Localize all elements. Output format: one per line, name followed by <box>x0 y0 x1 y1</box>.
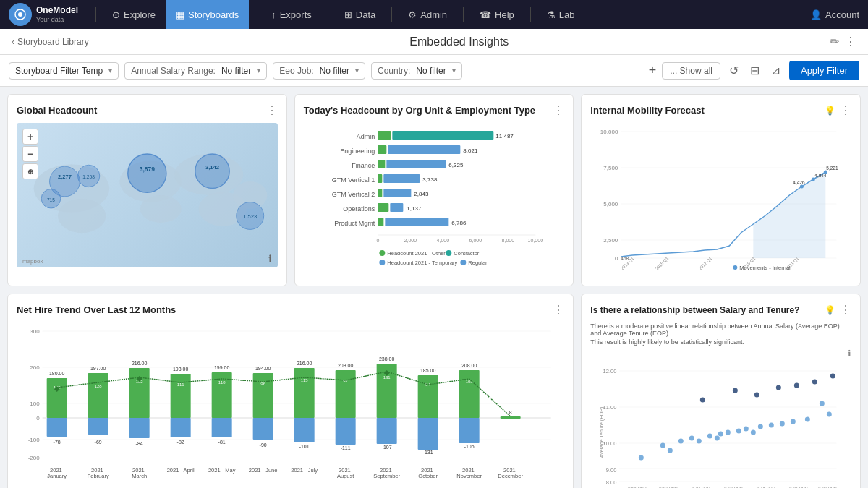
svg-rect-135 <box>47 418 67 437</box>
svg-rect-109 <box>171 374 191 418</box>
internal-mobility-card: Internal Mobility Forecast 💡 ⋮ 10,000 7,… <box>581 94 861 286</box>
salary-tenure-menu[interactable]: ⋮ <box>840 303 851 317</box>
eeo-filter-label: Eeo Job: <box>279 66 313 76</box>
nav-storyboards[interactable]: ▦ Storyboards <box>166 0 249 29</box>
nav-explore[interactable]: ⊙ Explore <box>102 0 166 29</box>
svg-text:0: 0 <box>376 238 379 243</box>
svg-text:Admin: Admin <box>356 133 375 140</box>
salary-bulb-icon[interactable]: 💡 <box>825 305 835 315</box>
svg-text:193.00: 193.00 <box>173 367 189 372</box>
svg-point-203 <box>707 434 712 439</box>
filter-options-button[interactable]: ⊿ <box>768 61 783 80</box>
svg-text:5,221: 5,221 <box>827 166 839 171</box>
breadcrumb-back[interactable]: ‹ Storyboard Library <box>12 37 89 47</box>
svg-rect-130 <box>459 370 480 418</box>
logo[interactable]: OneModel Your data <box>9 3 78 26</box>
nav-divider <box>95 7 96 22</box>
edit-button[interactable]: ✏ <box>830 35 839 48</box>
svg-text:10,000: 10,000 <box>527 238 543 243</box>
country-chevron-icon: ▾ <box>452 67 456 74</box>
nav-help[interactable]: ☎ Help <box>469 0 524 29</box>
svg-point-208 <box>744 427 749 432</box>
svg-text:199.00: 199.00 <box>214 365 230 370</box>
zoom-out-button[interactable]: − <box>22 146 38 162</box>
salary-filter-dropdown[interactable]: Annual Salary Range: No filter ▾ <box>124 62 267 80</box>
eeo-chevron-icon: ▾ <box>355 67 359 74</box>
template-filter-dropdown[interactable]: Storyboard Filter Temp ▾ <box>9 62 119 80</box>
svg-text:194.00: 194.00 <box>255 366 271 371</box>
zoom-in-button[interactable]: + <box>22 129 38 145</box>
svg-rect-127 <box>418 375 438 418</box>
country-filter-label: Country: <box>378 66 410 76</box>
svg-point-213 <box>791 419 796 424</box>
svg-text:Product Mgmt: Product Mgmt <box>334 220 375 227</box>
reset-filter-button[interactable]: ↺ <box>726 61 741 80</box>
svg-text:Movements - Internal: Movements - Internal <box>740 265 791 271</box>
net-hire-header: Net Hire Trend Over Last 12 Months ⋮ <box>17 303 564 317</box>
internal-mobility-menu[interactable]: ⋮ <box>840 103 851 117</box>
net-hire-menu[interactable]: ⋮ <box>553 303 564 317</box>
country-filter-value: No filter <box>416 66 446 76</box>
eeo-filter-dropdown[interactable]: Eeo Job: No filter ▾ <box>273 62 365 80</box>
info-icon[interactable]: ℹ <box>848 348 851 359</box>
line-chart-svg: 10,000 7,500 5,000 2,500 0 <box>590 123 851 275</box>
svg-point-5 <box>140 195 182 223</box>
svg-text:6,325: 6,325 <box>448 162 464 168</box>
nav-data[interactable]: ⊞ Data <box>334 0 386 29</box>
net-hire-chart: 300 200 100 0 -100 -200 180.00 102 19 <box>17 322 564 484</box>
svg-text:-82: -82 <box>177 440 184 445</box>
nav-divider3 <box>328 7 328 22</box>
svg-text:-131: -131 <box>423 450 433 455</box>
svg-text:9.00: 9.00 <box>606 467 617 474</box>
account-menu[interactable]: 👤 Account <box>810 9 859 20</box>
svg-rect-151 <box>377 418 397 444</box>
svg-point-210 <box>758 424 763 429</box>
save-filter-button[interactable]: ⊟ <box>747 61 762 80</box>
country-filter-dropdown[interactable]: Country: No filter ▾ <box>371 62 462 80</box>
svg-text:238.00: 238.00 <box>379 356 395 361</box>
svg-point-3 <box>58 199 106 233</box>
headcount-org-header: Today's Headcount by Org Unit & Employme… <box>304 103 565 117</box>
svg-text:8,021: 8,021 <box>463 147 478 154</box>
apply-filter-button[interactable]: Apply Filter <box>789 61 859 80</box>
svg-rect-43 <box>390 203 403 212</box>
logo-sub: Your data <box>36 16 78 24</box>
svg-text:6,000: 6,000 <box>469 238 482 243</box>
svg-rect-137 <box>88 418 109 435</box>
svg-text:12.00: 12.00 <box>603 368 617 374</box>
map-info-icon[interactable]: ℹ <box>268 253 272 265</box>
mobility-bulb-icon[interactable]: 💡 <box>825 106 835 116</box>
svg-text:4,844: 4,844 <box>815 173 827 178</box>
nav-exports[interactable]: ↑ Exports <box>261 0 322 29</box>
nav-help-label: Help <box>495 9 514 20</box>
world-map-svg: 2,277 715 1,258 3,879 3,142 1,523 <box>17 123 278 267</box>
headcount-org-menu[interactable]: ⋮ <box>553 103 564 117</box>
svg-point-199 <box>668 448 673 453</box>
add-filter-button[interactable]: + <box>649 63 657 78</box>
global-headcount-menu[interactable]: ⋮ <box>266 103 278 117</box>
show-all-button[interactable]: ... Show all <box>662 62 720 80</box>
svg-rect-42 <box>378 203 388 212</box>
breadcrumb-actions: ✏ ⋮ <box>830 35 856 48</box>
map-zoom-controls: + − ⊕ <box>22 129 38 179</box>
svg-text:1,258: 1,258 <box>82 174 95 179</box>
nav-explore-label: Explore <box>124 9 156 20</box>
svg-text:1,137: 1,137 <box>407 205 422 212</box>
svg-text:-101: -101 <box>299 444 310 449</box>
svg-text:115: 115 <box>301 378 309 382</box>
nav-admin[interactable]: ⚙ Admin <box>398 0 457 29</box>
svg-point-217 <box>700 398 705 403</box>
svg-text:715: 715 <box>47 197 55 202</box>
more-options-button[interactable]: ⋮ <box>845 35 856 48</box>
net-hire-card: Net Hire Trend Over Last 12 Months ⋮ 300… <box>7 294 574 488</box>
nav-lab[interactable]: ⚗ Lab <box>537 0 585 29</box>
svg-point-207 <box>736 429 741 434</box>
svg-text:208.00: 208.00 <box>461 363 477 368</box>
reset-view-button[interactable]: ⊕ <box>22 163 38 179</box>
svg-rect-31 <box>386 160 446 168</box>
help-icon: ☎ <box>480 9 491 20</box>
internal-mobility-header: Internal Mobility Forecast 💡 ⋮ <box>590 103 851 117</box>
svg-rect-121 <box>336 370 356 418</box>
gear-icon: ⚙ <box>408 9 417 20</box>
svg-rect-118 <box>294 368 315 418</box>
